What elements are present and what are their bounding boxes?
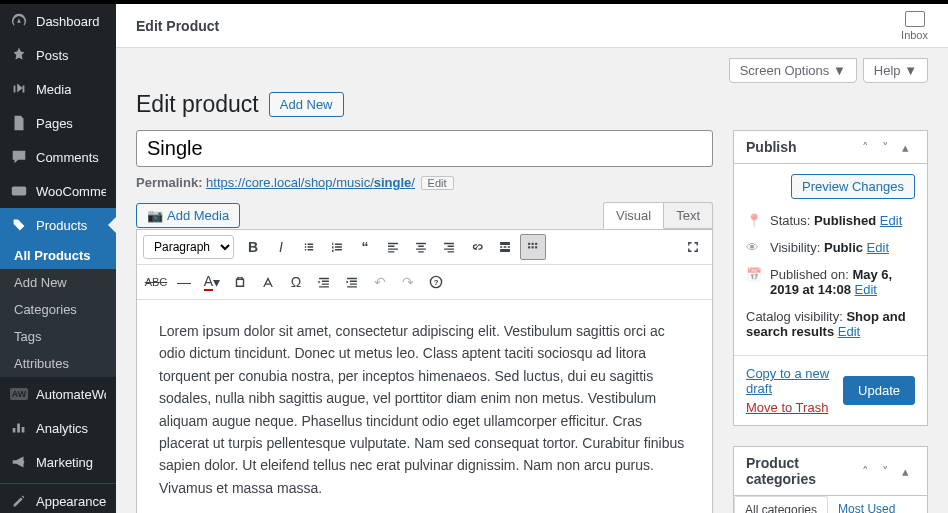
- camera-icon: 📷: [147, 208, 163, 223]
- woocommerce-icon: [10, 182, 28, 200]
- product-title-input[interactable]: [136, 130, 713, 167]
- sidebar-item-appearance[interactable]: Appearance: [0, 484, 116, 513]
- edit-visibility-link[interactable]: Edit: [867, 240, 889, 255]
- sidebar-item-automatewoo[interactable]: AWAutomateWoo: [0, 377, 116, 411]
- media-icon: [10, 80, 28, 98]
- page-title: Edit product: [136, 91, 259, 118]
- products-icon: [10, 216, 28, 234]
- editor-body[interactable]: Lorem ipsum dolor sit amet, consectetur …: [137, 300, 712, 513]
- align-left-button[interactable]: [380, 234, 406, 260]
- tab-text[interactable]: Text: [664, 202, 713, 229]
- svg-rect-2: [528, 243, 530, 245]
- edit-status-link[interactable]: Edit: [880, 213, 902, 228]
- comments-icon: [10, 148, 28, 166]
- tab-visual[interactable]: Visual: [603, 202, 664, 229]
- help-toggle[interactable]: Help ▼: [863, 58, 928, 83]
- svg-rect-5: [528, 246, 530, 248]
- link-button[interactable]: [464, 234, 490, 260]
- sidebar-subitem-add-new[interactable]: Add New: [0, 269, 116, 296]
- edit-date-link[interactable]: Edit: [855, 282, 877, 297]
- hr-button[interactable]: —: [171, 269, 197, 295]
- marketing-icon: [10, 453, 28, 471]
- caret-up-icon[interactable]: ▴: [895, 140, 915, 155]
- clear-format-button[interactable]: [255, 269, 281, 295]
- copy-draft-link[interactable]: Copy to a new draft: [746, 366, 843, 396]
- indent-button[interactable]: [339, 269, 365, 295]
- toolbar-toggle-button[interactable]: [520, 234, 546, 260]
- screen-options-toggle[interactable]: Screen Options ▼: [729, 58, 857, 83]
- svg-rect-0: [12, 187, 26, 196]
- pin-icon: 📍: [746, 213, 762, 228]
- align-center-button[interactable]: [408, 234, 434, 260]
- sidebar-subitem-categories[interactable]: Categories: [0, 296, 116, 323]
- chevron-down-icon[interactable]: ˅: [875, 140, 895, 155]
- sidebar-item-dashboard[interactable]: Dashboard: [0, 4, 116, 38]
- chevron-up-icon[interactable]: ˄: [855, 464, 875, 479]
- dashboard-icon: [10, 12, 28, 30]
- analytics-icon: [10, 419, 28, 437]
- align-right-button[interactable]: [436, 234, 462, 260]
- publish-box: Publish ˄ ˅ ▴ Preview Changes 📍Status: P…: [733, 130, 928, 426]
- inbox-button[interactable]: Inbox: [901, 11, 928, 41]
- inbox-icon: [905, 11, 925, 27]
- outdent-button[interactable]: [311, 269, 337, 295]
- update-button[interactable]: Update: [843, 376, 915, 405]
- number-list-button[interactable]: [324, 234, 350, 260]
- sidebar-subitem-tags[interactable]: Tags: [0, 323, 116, 350]
- svg-rect-7: [535, 246, 537, 248]
- permalink-link[interactable]: https://core.local/shop/music/single/: [206, 175, 415, 190]
- blockquote-button[interactable]: “: [352, 234, 378, 260]
- strikethrough-button[interactable]: ABC: [143, 269, 169, 295]
- chevron-down-icon[interactable]: ˅: [875, 464, 895, 479]
- page-header: Edit Product Inbox: [116, 4, 948, 48]
- keyboard-help-button[interactable]: ?: [423, 269, 449, 295]
- bullet-list-button[interactable]: [296, 234, 322, 260]
- permalink-row: Permalink: https://core.local/shop/music…: [136, 175, 713, 190]
- fullscreen-button[interactable]: [680, 234, 706, 260]
- svg-rect-3: [532, 243, 534, 245]
- eye-icon: 👁: [746, 240, 762, 255]
- sidebar-subitem-all-products[interactable]: All Products: [0, 242, 116, 269]
- svg-rect-6: [532, 246, 534, 248]
- sidebar-subitem-attributes[interactable]: Attributes: [0, 350, 116, 377]
- bold-button[interactable]: B: [240, 234, 266, 260]
- calendar-icon: 📅: [746, 267, 762, 282]
- sidebar-item-analytics[interactable]: Analytics: [0, 411, 116, 445]
- preview-changes-button[interactable]: Preview Changes: [791, 174, 915, 199]
- svg-text:?: ?: [434, 278, 439, 287]
- paste-text-button[interactable]: [227, 269, 253, 295]
- chevron-up-icon[interactable]: ˄: [855, 140, 875, 155]
- tab-most-used[interactable]: Most Used: [828, 496, 905, 513]
- redo-button[interactable]: ↷: [395, 269, 421, 295]
- admin-sidebar: DashboardPostsMediaPagesCommentsWooComme…: [0, 4, 116, 513]
- posts-icon: [10, 46, 28, 64]
- sidebar-item-comments[interactable]: Comments: [0, 140, 116, 174]
- sidebar-item-media[interactable]: Media: [0, 72, 116, 106]
- move-trash-link[interactable]: Move to Trash: [746, 400, 843, 415]
- sidebar-item-woocommerce[interactable]: WooCommerce: [0, 174, 116, 208]
- sidebar-item-posts[interactable]: Posts: [0, 38, 116, 72]
- product-categories-box: Product categories ˄ ˅ ▴ All categories …: [733, 446, 928, 513]
- tab-all-categories[interactable]: All categories: [734, 496, 828, 513]
- edit-catalog-link[interactable]: Edit: [838, 324, 860, 339]
- page-header-title: Edit Product: [136, 18, 219, 34]
- add-media-button[interactable]: 📷 Add Media: [136, 203, 240, 228]
- readmore-button[interactable]: [492, 234, 518, 260]
- text-color-button[interactable]: A ▾: [199, 269, 225, 295]
- italic-button[interactable]: I: [268, 234, 294, 260]
- appearance-icon: [10, 492, 28, 510]
- format-select[interactable]: Paragraph: [143, 235, 234, 259]
- sidebar-item-products[interactable]: Products: [0, 208, 116, 242]
- special-char-button[interactable]: Ω: [283, 269, 309, 295]
- caret-up-icon[interactable]: ▴: [895, 464, 915, 479]
- permalink-edit-button[interactable]: Edit: [421, 176, 454, 190]
- svg-rect-4: [535, 243, 537, 245]
- pages-icon: [10, 114, 28, 132]
- undo-button[interactable]: ↶: [367, 269, 393, 295]
- content-editor: Paragraph B I “: [136, 229, 713, 513]
- sidebar-item-pages[interactable]: Pages: [0, 106, 116, 140]
- sidebar-item-marketing[interactable]: Marketing: [0, 445, 116, 479]
- add-new-button[interactable]: Add New: [269, 92, 344, 117]
- automatewoo-icon: AW: [10, 385, 28, 403]
